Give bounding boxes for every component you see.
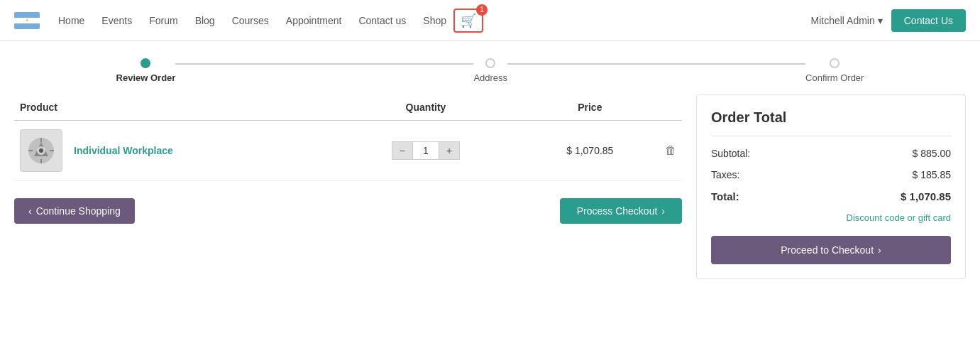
cart-icon: 🛒 (461, 13, 476, 28)
proceed-checkout-label: Proceed to Checkout (781, 244, 874, 256)
quantity-col-header: Quantity (331, 94, 520, 121)
step-confirm: Confirm Order (805, 58, 864, 83)
quantity-cell: − 1 + (331, 121, 520, 181)
quantity-increase-button[interactable]: + (439, 141, 460, 160)
svg-point-3 (39, 148, 43, 153)
user-menu[interactable]: Mitchell Admin ▾ (810, 15, 882, 26)
checkout-steps: Review Order Address Confirm Order (0, 41, 980, 94)
topbar-right: Mitchell Admin ▾ Contact Us (810, 9, 966, 32)
step-label-confirm: Confirm Order (805, 72, 864, 83)
total-line: Total: $ 1,070.85 (711, 190, 951, 202)
step-label-review: Review Order (116, 72, 176, 83)
subtotal-line: Subtotal: $ 885.00 (711, 148, 951, 159)
price-cell: $ 1,070.85 (521, 121, 659, 181)
product-col-header: Product (14, 94, 331, 121)
topbar: ☀ Home Events Forum Blog Courses Appoint… (0, 0, 980, 41)
price-col-header: Price (521, 94, 659, 121)
quantity-display: 1 (413, 141, 439, 160)
total-label: Total: (711, 190, 739, 202)
chevron-down-icon: ▾ (878, 15, 883, 26)
nav-courses[interactable]: Courses (232, 15, 269, 26)
order-total-title: Order Total (711, 109, 951, 136)
nav-forum[interactable]: Forum (149, 15, 177, 26)
step-circle-review (141, 58, 150, 68)
quantity-controls: − 1 + (336, 141, 514, 160)
product-thumbnail (26, 135, 57, 167)
taxes-value: $ 185.85 (913, 169, 952, 180)
nav-events[interactable]: Events (101, 15, 132, 26)
chevron-right-icon: › (661, 205, 665, 217)
subtotal-value: $ 885.00 (913, 148, 952, 159)
table-row: Individual Workplace − 1 + $ 1,070.85 🗑 (14, 121, 682, 181)
product-image (20, 129, 62, 172)
continue-shopping-button[interactable]: ‹ Continue Shopping (14, 198, 135, 224)
quantity-decrease-button[interactable]: − (392, 141, 413, 160)
cart-button[interactable]: 🛒 1 (453, 9, 483, 33)
delete-cell: 🗑 (659, 121, 682, 181)
topbar-left: ☀ Home Events Forum Blog Courses Appoint… (14, 9, 483, 33)
action-buttons: ‹ Continue Shopping Process Checkout › (14, 198, 682, 224)
nav-blog[interactable]: Blog (195, 15, 215, 26)
product-name-cell: Individual Workplace (68, 121, 331, 181)
continue-shopping-label: Continue Shopping (36, 205, 121, 217)
nav-contact-us[interactable]: Contact us (358, 15, 406, 26)
step-line-1 (175, 63, 473, 65)
contact-us-button[interactable]: Contact Us (891, 9, 966, 32)
order-total-section: Order Total Subtotal: $ 885.00 Taxes: $ … (696, 94, 966, 279)
taxes-label: Taxes: (711, 169, 739, 180)
step-circle-confirm (830, 58, 839, 68)
main-content: Product Quantity Price (0, 94, 980, 293)
total-value: $ 1,070.85 (901, 190, 951, 202)
flag-argentina: ☀ (14, 12, 40, 29)
actions-col-header (659, 94, 682, 121)
nav-appointment[interactable]: Appointment (286, 15, 342, 26)
cart-badge: 1 (476, 4, 488, 16)
step-review: Review Order (116, 58, 176, 83)
taxes-line: Taxes: $ 185.85 (711, 169, 951, 180)
product-name-link[interactable]: Individual Workplace (74, 145, 173, 156)
chevron-left-icon: ‹ (28, 205, 32, 217)
main-nav: Home Events Forum Blog Courses Appointme… (58, 15, 446, 26)
proceed-to-checkout-button[interactable]: Proceed to Checkout › (711, 236, 951, 264)
step-address: Address (473, 58, 507, 83)
product-section: Product Quantity Price (14, 94, 682, 279)
user-name: Mitchell Admin (810, 15, 874, 26)
subtotal-label: Subtotal: (711, 148, 750, 159)
step-label-address: Address (473, 72, 507, 83)
process-checkout-label: Process Checkout (577, 205, 658, 217)
product-image-cell (14, 121, 68, 181)
step-circle-address (485, 58, 495, 68)
nav-shop[interactable]: Shop (423, 15, 446, 26)
step-line-2 (507, 63, 805, 65)
process-checkout-button[interactable]: Process Checkout › (560, 198, 682, 224)
discount-code-link[interactable]: Discount code or gift card (711, 212, 951, 223)
nav-home[interactable]: Home (58, 15, 84, 26)
product-table: Product Quantity Price (14, 94, 682, 181)
delete-item-button[interactable]: 🗑 (665, 144, 676, 157)
chevron-right-icon-proceed: › (878, 244, 881, 256)
